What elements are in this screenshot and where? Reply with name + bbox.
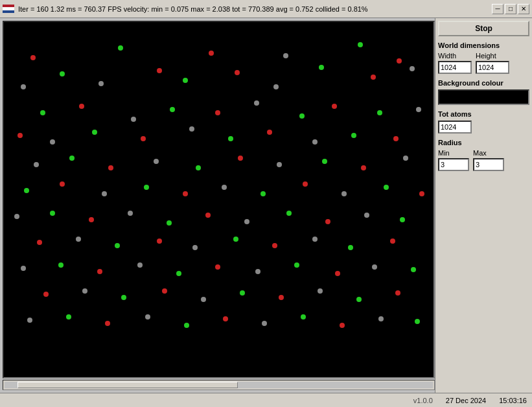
svg-point-60 <box>128 211 133 216</box>
svg-point-30 <box>189 126 194 132</box>
svg-point-62 <box>205 213 211 218</box>
title-bar: Iter = 160 1.32 ms = 760.37 FPS velocity… <box>0 0 532 18</box>
simulation-canvas <box>3 21 435 378</box>
width-input[interactable] <box>438 61 472 74</box>
svg-point-35 <box>393 136 399 141</box>
svg-point-51 <box>222 185 227 190</box>
svg-point-5 <box>397 58 402 64</box>
svg-point-59 <box>89 217 94 222</box>
svg-point-96 <box>318 288 323 294</box>
svg-point-28 <box>92 130 97 135</box>
svg-point-7 <box>60 71 65 76</box>
svg-point-93 <box>201 297 206 302</box>
svg-point-25 <box>416 107 421 112</box>
svg-point-58 <box>50 211 55 216</box>
svg-point-100 <box>66 314 71 320</box>
title-text: Iter = 160 1.32 ms = 760.37 FPS velocity… <box>18 5 488 13</box>
svg-point-18 <box>131 117 136 122</box>
height-label: Height <box>476 52 509 60</box>
svg-point-53 <box>303 181 308 187</box>
svg-point-98 <box>395 290 400 296</box>
svg-point-70 <box>115 243 120 248</box>
svg-point-13 <box>319 65 324 70</box>
svg-point-22 <box>299 113 305 119</box>
svg-point-1 <box>118 45 123 51</box>
radius-max-input[interactable] <box>473 158 504 171</box>
svg-point-9 <box>157 68 162 73</box>
flag-icon <box>3 5 14 14</box>
svg-point-39 <box>154 159 159 164</box>
world-dimensions-label: World dimensions <box>438 41 529 49</box>
svg-point-14 <box>371 75 376 80</box>
svg-point-88 <box>411 267 416 272</box>
svg-point-65 <box>325 219 330 224</box>
height-col: Height <box>476 52 509 74</box>
svg-point-43 <box>322 159 327 164</box>
tot-atoms-input[interactable] <box>438 121 472 134</box>
svg-point-42 <box>277 162 282 167</box>
radius-max-label: Max <box>473 149 504 157</box>
svg-point-94 <box>240 290 245 296</box>
version-label: v1.0.0 <box>413 397 433 404</box>
svg-point-47 <box>60 181 65 187</box>
height-input[interactable] <box>476 61 509 74</box>
status-time: 15:03:16 <box>499 397 527 404</box>
svg-point-81 <box>137 262 143 268</box>
svg-point-73 <box>233 237 238 242</box>
svg-point-66 <box>364 213 369 218</box>
scrollbar-area[interactable] <box>3 380 435 390</box>
maximize-button[interactable]: □ <box>505 4 516 14</box>
svg-point-37 <box>69 156 75 161</box>
svg-point-45 <box>403 156 408 161</box>
svg-point-72 <box>192 245 198 250</box>
svg-point-50 <box>183 191 188 196</box>
svg-point-64 <box>286 211 292 216</box>
right-panel: Stop World dimensions Width Height Backg… <box>435 18 532 393</box>
svg-point-16 <box>40 110 45 115</box>
svg-point-54 <box>341 191 347 196</box>
stop-button[interactable]: Stop <box>438 21 529 36</box>
svg-point-0 <box>30 55 36 60</box>
svg-point-41 <box>238 156 243 161</box>
svg-point-6 <box>21 84 26 89</box>
svg-point-38 <box>108 165 113 170</box>
radius-label: Radius <box>438 139 529 146</box>
svg-point-11 <box>235 70 240 75</box>
svg-point-104 <box>223 316 228 321</box>
svg-point-34 <box>351 133 356 138</box>
svg-point-90 <box>82 288 87 294</box>
canvas-area <box>0 18 435 393</box>
svg-point-49 <box>144 185 149 190</box>
radius-min-input[interactable] <box>438 158 469 171</box>
svg-point-19 <box>170 107 175 112</box>
svg-point-33 <box>312 139 318 145</box>
svg-point-79 <box>58 262 64 268</box>
scrollbar-thumb[interactable] <box>17 382 238 388</box>
svg-point-109 <box>415 319 420 324</box>
radius-row: Min Max <box>438 149 529 171</box>
close-button[interactable]: ✕ <box>518 4 529 14</box>
svg-point-55 <box>384 185 389 190</box>
svg-point-82 <box>176 271 181 276</box>
svg-point-10 <box>183 78 188 83</box>
svg-point-75 <box>312 237 318 242</box>
svg-point-91 <box>121 295 126 300</box>
svg-point-106 <box>301 314 306 320</box>
scrollbar-track <box>5 382 433 388</box>
radius-min-label: Min <box>438 149 469 157</box>
svg-point-46 <box>24 188 29 193</box>
svg-point-76 <box>348 245 353 250</box>
bg-color-swatch[interactable] <box>438 89 529 105</box>
status-date: 27 Dec 2024 <box>446 397 486 404</box>
svg-point-61 <box>167 220 172 226</box>
svg-point-21 <box>254 100 259 106</box>
svg-point-83 <box>215 264 220 270</box>
dots-svg <box>4 22 434 377</box>
svg-point-102 <box>145 314 150 320</box>
svg-point-89 <box>43 292 49 297</box>
svg-point-4 <box>358 42 363 47</box>
radius-max-col: Max <box>473 149 504 171</box>
svg-point-86 <box>335 271 340 276</box>
minimize-button[interactable]: ─ <box>492 4 503 14</box>
width-col: Width <box>438 52 472 74</box>
